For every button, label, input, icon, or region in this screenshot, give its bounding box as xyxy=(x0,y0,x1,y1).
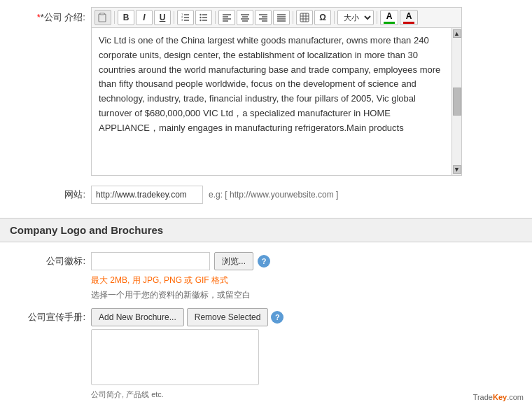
browse-button[interactable]: 浏览... xyxy=(214,252,253,270)
add-brochure-button[interactable]: Add New Brochure... xyxy=(91,308,184,326)
bg-color-label: A xyxy=(406,11,412,21)
svg-point-14 xyxy=(200,20,201,21)
separator-5 xyxy=(334,11,335,24)
font-color-indicator xyxy=(384,22,395,24)
website-label: 网站: xyxy=(7,188,91,201)
brochure-help-icon[interactable]: ? xyxy=(271,311,284,324)
section-header: Company Logo and Brochures xyxy=(0,218,532,242)
svg-text:3: 3 xyxy=(181,18,183,22)
website-hint: e.g: [ http://www.yourwebsite.com ] xyxy=(209,190,338,200)
bg-color-button[interactable]: A xyxy=(400,10,418,25)
separator-2 xyxy=(174,11,174,24)
logo-row: 公司徽标: 浏览... ? 最大 2MB, 用 JPG, PNG 或 GIF 格… xyxy=(0,252,532,301)
brochure-listbox[interactable] xyxy=(91,329,259,385)
editor-scrollbar[interactable]: ▲ ▼ xyxy=(451,28,461,175)
separator-3 xyxy=(215,11,216,24)
logo-help-icon[interactable]: ? xyxy=(258,255,270,268)
font-size-select[interactable]: 大小 8 10 12 14 16 18 24 xyxy=(337,10,374,25)
website-input[interactable] xyxy=(91,186,203,204)
separator-1 xyxy=(114,11,115,24)
company-intro-label: **公司 介绍: xyxy=(7,7,91,24)
align-left-button[interactable] xyxy=(218,10,235,25)
brochure-buttons: Add New Brochure... Remove Selected ? xyxy=(91,308,284,326)
paste-button[interactable] xyxy=(94,10,111,25)
table-button[interactable] xyxy=(296,10,313,25)
brochure-row: 公司宣传手册: Add New Brochure... Remove Selec… xyxy=(0,308,532,400)
unordered-list-button[interactable] xyxy=(195,10,212,25)
logo-size-hint: 最大 2MB, 用 JPG, PNG 或 GIF 格式 xyxy=(91,275,228,286)
logo-label: 公司徽标: xyxy=(7,252,91,268)
editor-text: Vic Ltd is one of the China largest whit… xyxy=(99,35,440,133)
separator-6 xyxy=(377,11,377,24)
editor-toolbar: B I U 1 2 3 xyxy=(92,8,461,28)
separator-4 xyxy=(293,11,293,24)
italic-button[interactable]: I xyxy=(136,10,153,25)
svg-point-13 xyxy=(200,17,201,18)
rich-text-editor: B I U 1 2 3 xyxy=(91,7,462,176)
svg-point-12 xyxy=(200,14,201,15)
font-color-button[interactable]: A xyxy=(380,10,398,25)
svg-rect-31 xyxy=(300,13,309,22)
font-color-label: A xyxy=(386,11,393,21)
tradekey-com: com xyxy=(509,393,524,401)
tradekey-footer: TradeKey.com xyxy=(473,393,524,401)
brochure-label: 公司宣传手册: xyxy=(7,308,91,324)
underline-button[interactable]: U xyxy=(154,10,171,25)
brochure-hint: 公司简介, 产品线 etc. xyxy=(91,389,284,400)
brochure-controls: Add New Brochure... Remove Selected ? 公司… xyxy=(91,308,284,400)
logo-controls: 浏览... ? xyxy=(91,252,270,270)
remove-selected-button[interactable]: Remove Selected xyxy=(187,308,269,326)
tradekey-key: Key xyxy=(493,393,507,401)
tradekey-logo: TradeKey.com xyxy=(473,393,524,401)
ordered-list-button[interactable]: 1 2 3 xyxy=(177,10,194,25)
website-row: 网站: e.g: [ http://www.yourwebsite.com ] xyxy=(0,186,532,204)
bg-color-indicator xyxy=(403,22,414,24)
bold-button[interactable]: B xyxy=(118,10,134,25)
align-right-button[interactable] xyxy=(255,10,272,25)
svg-rect-2 xyxy=(100,13,104,15)
svg-rect-1 xyxy=(99,14,106,22)
logo-file-input[interactable] xyxy=(91,252,210,270)
align-justify-button[interactable] xyxy=(273,10,290,25)
company-intro-row: **公司 介绍: B I U xyxy=(0,7,532,176)
tradekey-trade: Trade xyxy=(473,393,493,401)
logo-hint-text: 选择一个用于您的资料的新徽标，或留空白 xyxy=(91,289,270,301)
align-center-button[interactable] xyxy=(237,10,253,25)
omega-button[interactable]: Ω xyxy=(314,10,331,25)
editor-content-area[interactable]: Vic Ltd is one of the China largest whit… xyxy=(92,28,451,175)
